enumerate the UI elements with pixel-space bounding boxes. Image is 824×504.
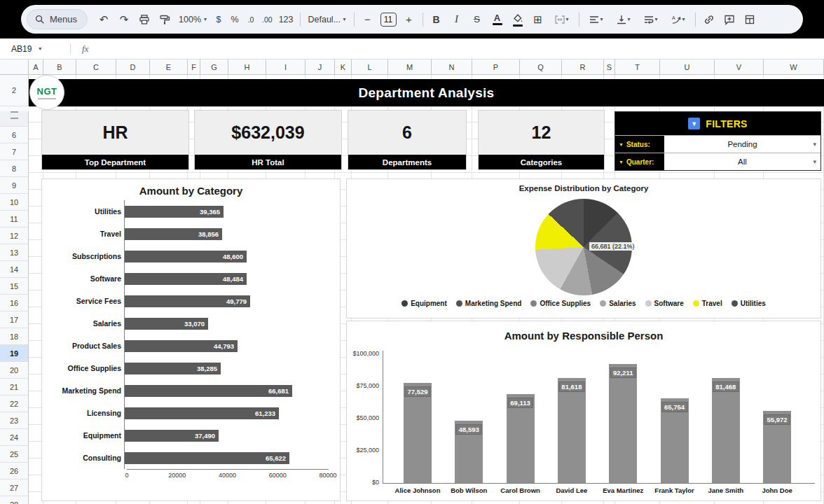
text-color-button[interactable]: A — [488, 10, 507, 29]
strikethrough-button[interactable]: S — [467, 10, 487, 29]
column-header[interactable]: Q — [520, 59, 562, 75]
bold-button[interactable]: B — [427, 10, 446, 29]
horizontal-align-button[interactable]: ▾ — [583, 10, 610, 29]
row-header[interactable]: 10 — [0, 194, 29, 211]
currency-format-button[interactable]: $ — [211, 10, 226, 29]
column-header[interactable]: R — [562, 59, 604, 75]
row-header[interactable]: 19 — [0, 345, 29, 362]
print-button[interactable] — [135, 10, 154, 29]
column-header[interactable]: F — [188, 59, 200, 75]
row-header[interactable]: 26 — [0, 463, 29, 479]
column-header[interactable]: G — [200, 59, 228, 75]
font-selector[interactable]: Defaul... ▾ — [304, 10, 350, 29]
column-header[interactable]: I — [266, 59, 305, 75]
increase-decimal-button[interactable]: .00 — [259, 10, 275, 29]
expense-distribution-chart[interactable]: Expense Distribution by Category 66,681 … — [346, 178, 821, 318]
italic-button[interactable]: I — [447, 10, 467, 29]
column-header[interactable]: D — [116, 59, 150, 75]
number-format-button[interactable]: 123 — [276, 10, 296, 29]
column-header[interactable]: J — [305, 59, 335, 75]
amount-by-person-chart[interactable]: Amount by Responsible Person $100,000$75… — [346, 321, 821, 501]
borders-button[interactable]: ⊞ — [528, 10, 548, 29]
increase-font-size-button[interactable]: + — [399, 10, 419, 29]
legend-item[interactable]: Marketing Spend — [456, 300, 522, 307]
row-header[interactable]: 22 — [0, 396, 29, 412]
legend-item[interactable]: Office Supplies — [530, 300, 591, 307]
font-size-input[interactable]: 11 — [380, 13, 397, 27]
row-header[interactable]: 28 — [0, 496, 29, 504]
column-header[interactable]: K — [335, 59, 352, 75]
bar-area: 38,285 — [124, 357, 337, 379]
row-header[interactable]: 9 — [0, 177, 29, 194]
column-header[interactable]: N — [432, 59, 472, 75]
row-header[interactable]: 20 — [0, 362, 29, 379]
column-header[interactable]: V — [715, 59, 764, 75]
row-header[interactable]: 21 — [0, 379, 29, 396]
legend-item[interactable]: Salaries — [600, 300, 636, 307]
column-header[interactable]: B — [43, 59, 76, 75]
zoom-control[interactable]: 100% ▾ — [175, 10, 210, 29]
amount-by-category-chart[interactable]: Amount by Category Utilities39,365Travel… — [41, 178, 341, 501]
row-header[interactable]: 24 — [0, 429, 29, 446]
text-wrap-button[interactable]: ▾ — [638, 10, 664, 29]
column-header[interactable]: U — [660, 59, 715, 75]
merge-cells-button[interactable]: ▾ — [549, 10, 575, 29]
row-header[interactable]: 17 — [0, 312, 29, 328]
paint-format-button[interactable] — [155, 10, 174, 29]
legend-item[interactable]: Utilities — [732, 300, 766, 307]
row-header[interactable]: 12 — [0, 227, 29, 244]
hidden-rows-marker[interactable] — [0, 111, 29, 127]
row-header[interactable]: 2 — [0, 75, 29, 106]
legend-swatch — [600, 300, 606, 307]
row-header[interactable]: 23 — [0, 412, 29, 429]
column-header[interactable]: W — [764, 59, 824, 75]
row-header[interactable]: 6 — [0, 127, 29, 144]
menus-button[interactable]: Menus — [27, 9, 88, 29]
cell-reference: AB19 — [11, 44, 32, 54]
column-header[interactable]: M — [388, 59, 432, 75]
fill-color-icon — [512, 13, 523, 24]
row-header[interactable]: 13 — [0, 244, 29, 261]
column-headers: ABCDEFGHIJKLMNPQRSTUVW — [0, 59, 824, 75]
column-header[interactable]: E — [150, 59, 188, 75]
decrease-font-size-button[interactable]: − — [358, 10, 378, 29]
legend-item[interactable]: Equipment — [401, 300, 447, 307]
row-header[interactable]: 11 — [0, 211, 29, 227]
row-header[interactable]: 7 — [0, 144, 29, 160]
column-header[interactable]: C — [76, 59, 116, 75]
column-header[interactable]: P — [472, 59, 520, 75]
percent-format-button[interactable]: % — [227, 10, 242, 29]
select-all-corner[interactable] — [0, 59, 29, 75]
row-header[interactable]: 27 — [0, 479, 29, 496]
category-label: John Doe — [752, 486, 802, 494]
column-header[interactable]: L — [352, 59, 388, 75]
insert-chart-button[interactable] — [740, 10, 760, 29]
row-header[interactable]: 25 — [0, 446, 29, 463]
name-box[interactable]: AB19 ▾ — [0, 38, 70, 59]
row-header[interactable]: 16 — [0, 295, 29, 312]
vertical-align-button[interactable]: ▾ — [610, 10, 637, 29]
fill-color-button[interactable] — [508, 10, 528, 29]
row-header[interactable]: 14 — [0, 261, 29, 278]
category-label: Frank Taylor — [650, 486, 700, 494]
legend-item[interactable]: Software — [645, 300, 684, 307]
text-rotation-button[interactable]: A ▾ — [665, 10, 692, 29]
column-header[interactable]: A — [29, 59, 43, 75]
redo-button[interactable]: ↷ — [114, 10, 134, 29]
column-header[interactable]: T — [615, 59, 660, 75]
insert-link-button[interactable] — [699, 10, 719, 29]
chart-title: Expense Distribution by Category — [347, 184, 820, 192]
row-header[interactable]: 18 — [0, 328, 29, 345]
row-header[interactable]: 8 — [0, 160, 29, 177]
undo-button[interactable]: ↶ — [94, 10, 114, 29]
status-filter-dropdown[interactable]: Pending ▾ — [664, 136, 820, 153]
column-header[interactable]: S — [604, 59, 615, 75]
row-header[interactable]: 15 — [0, 278, 29, 295]
legend-item[interactable]: Travel — [693, 300, 722, 307]
column-header[interactable]: H — [228, 59, 266, 75]
bar: 48,593 — [455, 421, 483, 483]
print-icon — [139, 14, 150, 25]
quarter-filter-dropdown[interactable]: All ▾ — [664, 153, 820, 170]
decrease-decimal-button[interactable]: .0 — [243, 10, 259, 29]
insert-comment-button[interactable] — [720, 10, 739, 29]
